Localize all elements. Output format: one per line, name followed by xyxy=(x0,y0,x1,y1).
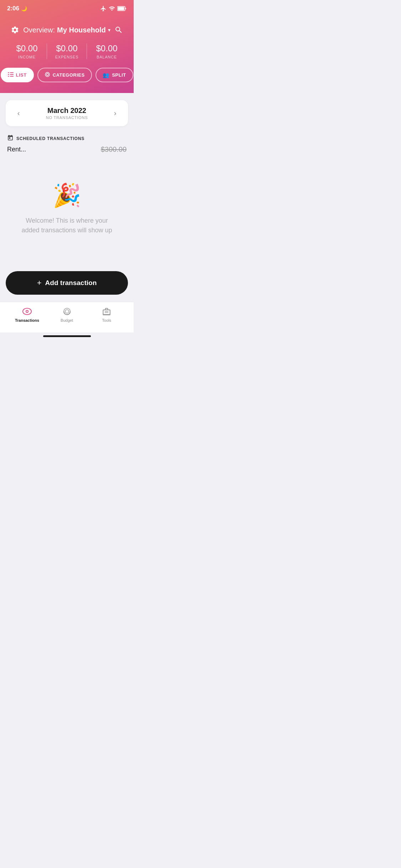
status-bar: 2:06 🌙 xyxy=(0,0,134,15)
categories-icon xyxy=(45,72,50,78)
list-icon xyxy=(8,72,14,78)
plus-icon: + xyxy=(37,278,42,288)
stats-row: $0.00 INCOME $0.00 EXPENSES $0.00 BALANC… xyxy=(0,43,134,68)
briefcase-icon xyxy=(102,307,111,316)
income-stat: $0.00 INCOME xyxy=(7,43,47,59)
transactions-nav-icon xyxy=(22,306,32,316)
wifi-icon xyxy=(109,5,115,12)
svg-point-9 xyxy=(46,73,48,76)
settings-button[interactable] xyxy=(9,24,21,36)
nav-title-overview: Overview: xyxy=(23,26,55,34)
balance-label: BALANCE xyxy=(87,55,127,59)
balance-stat: $0.00 BALANCE xyxy=(87,43,127,59)
airplane-icon xyxy=(100,5,107,12)
income-label: INCOME xyxy=(7,55,47,59)
expenses-value: $0.00 xyxy=(47,43,87,53)
tab-list[interactable]: LIST xyxy=(1,68,34,82)
party-popper-icon: 🎉 xyxy=(53,182,81,209)
svg-rect-1 xyxy=(118,7,124,10)
nav-item-transactions[interactable]: Transactions xyxy=(7,306,47,322)
calendar-icon xyxy=(7,135,14,143)
income-value: $0.00 xyxy=(7,43,47,53)
month-subtitle: NO TRANSACTIONS xyxy=(46,115,88,120)
moon-icon: 🌙 xyxy=(21,6,27,11)
svg-rect-17 xyxy=(105,311,109,312)
battery-icon xyxy=(117,6,127,11)
add-transaction-label: Add transaction xyxy=(45,279,97,287)
gear-icon xyxy=(11,26,19,34)
clock-display: 2:06 xyxy=(7,5,19,12)
svg-point-15 xyxy=(65,310,69,313)
tools-nav-icon xyxy=(102,306,112,316)
scheduled-title: SCHEDULED TRANSACTIONS xyxy=(16,136,84,141)
svg-rect-5 xyxy=(10,74,14,75)
scheduled-transactions-section: SCHEDULED TRANSACTIONS Rent... $300.00 xyxy=(6,135,128,161)
tab-split[interactable]: 👥 SPLIT xyxy=(96,68,133,82)
svg-rect-4 xyxy=(8,74,9,75)
nav-title-name: My Household xyxy=(57,26,106,34)
month-navigator: ‹ March 2022 NO TRANSACTIONS › xyxy=(6,100,128,126)
empty-state: 🎉 Welcome! This is where your added tran… xyxy=(6,161,128,249)
svg-rect-6 xyxy=(8,76,9,77)
transactions-nav-label: Transactions xyxy=(15,318,39,322)
svg-point-8 xyxy=(45,72,50,77)
tab-list-label: LIST xyxy=(16,72,27,78)
next-arrow-icon: › xyxy=(114,109,117,117)
status-time: 2:06 🌙 xyxy=(7,5,27,12)
svg-rect-16 xyxy=(105,312,109,313)
calendar-svg-icon xyxy=(7,135,14,141)
svg-rect-7 xyxy=(10,76,14,77)
budget-donut-icon xyxy=(62,307,72,316)
search-button[interactable] xyxy=(112,24,125,36)
scheduled-transaction-amount: $300.00 xyxy=(101,145,127,154)
tab-split-label: SPLIT xyxy=(112,72,126,78)
scheduled-header: SCHEDULED TRANSACTIONS xyxy=(7,135,127,143)
prev-month-button[interactable]: ‹ xyxy=(13,108,24,119)
nav-item-tools[interactable]: Tools xyxy=(87,306,127,322)
expenses-stat: $0.00 EXPENSES xyxy=(47,43,87,59)
scheduled-transaction-name: Rent... xyxy=(7,146,26,153)
chevron-down-icon: ▾ xyxy=(108,27,110,33)
view-tabs: LIST CATEGORIES 👥 SPLIT xyxy=(0,68,134,82)
status-icons xyxy=(100,5,127,12)
svg-point-12 xyxy=(26,311,28,312)
svg-rect-3 xyxy=(10,72,14,73)
donut-icon xyxy=(45,72,50,77)
budget-nav-label: Budget xyxy=(61,318,73,322)
add-transaction-container: + Add transaction xyxy=(0,271,134,302)
tools-nav-label: Tools xyxy=(102,318,111,322)
next-month-button[interactable]: › xyxy=(109,108,121,119)
add-transaction-button[interactable]: + Add transaction xyxy=(6,271,128,295)
split-icon: 👥 xyxy=(103,72,110,78)
budget-nav-icon xyxy=(62,306,72,316)
tab-categories[interactable]: CATEGORIES xyxy=(37,68,92,82)
main-content: ‹ March 2022 NO TRANSACTIONS › SCHEDULED… xyxy=(0,93,134,271)
balance-value: $0.00 xyxy=(87,43,127,53)
tab-categories-label: CATEGORIES xyxy=(53,72,85,78)
empty-state-text: Welcome! This is where your added transa… xyxy=(20,216,114,235)
top-nav: Overview: My Household ▾ xyxy=(0,20,134,43)
month-nav-center: March 2022 NO TRANSACTIONS xyxy=(46,107,88,120)
nav-title[interactable]: Overview: My Household ▾ xyxy=(23,26,110,34)
list-lines-icon xyxy=(8,72,14,77)
eye-icon xyxy=(22,306,32,316)
scheduled-transaction-row[interactable]: Rent... $300.00 xyxy=(7,145,127,154)
bottom-nav: Transactions Budget Tools xyxy=(0,302,134,332)
expenses-label: EXPENSES xyxy=(47,55,87,59)
home-indicator xyxy=(43,335,91,337)
month-title: March 2022 xyxy=(46,107,88,115)
search-icon xyxy=(114,26,123,34)
svg-rect-2 xyxy=(8,72,9,73)
nav-item-budget[interactable]: Budget xyxy=(47,306,87,322)
prev-arrow-icon: ‹ xyxy=(17,109,20,117)
